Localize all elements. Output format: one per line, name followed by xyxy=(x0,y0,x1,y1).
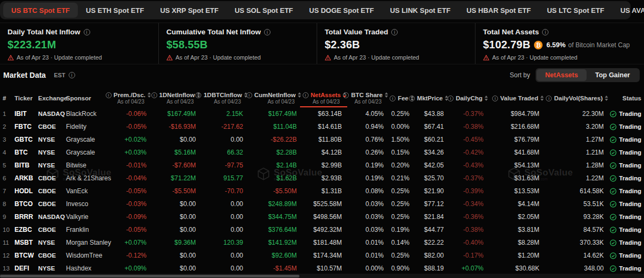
cell-inflow1d: $0.00 xyxy=(151,213,200,221)
cell-value: 53.51K xyxy=(583,200,604,208)
cell-value: $10.57M xyxy=(317,265,342,272)
cell-value: $216.68M xyxy=(511,123,539,130)
column-header-prem[interactable]: iPrem./Dsc.As of 04/23 xyxy=(120,89,151,107)
info-icon[interactable]: i xyxy=(69,72,75,78)
cell-dailyvol: 1.27M xyxy=(544,136,608,143)
info-icon[interactable]: i xyxy=(195,92,201,98)
cell-value: -0.36% xyxy=(463,213,484,221)
tab-us-doge-spot-etf[interactable]: US DOGE Spot ETF xyxy=(301,1,382,19)
cell-ticker: GBTC xyxy=(14,136,38,143)
cell-ticker: BTCO xyxy=(14,200,38,208)
cell-fee: 0.20% xyxy=(388,162,414,169)
column-header-inflow1d[interactable]: i1DNetInflowAs of 04/23 xyxy=(151,89,200,107)
table-row[interactable]: 13DEFINYSEHashdex+0.09%$0.000.00-$1.45M$… xyxy=(0,262,644,275)
info-icon[interactable]: i xyxy=(303,92,309,98)
column-header-dailyvol[interactable]: iDailyVol(Shares) xyxy=(544,89,608,107)
info-icon[interactable]: i xyxy=(246,92,252,98)
info-icon[interactable]: i xyxy=(390,96,396,101)
table-row[interactable]: 8BTCOCBOEInvesco-0.03%$0.000.00$248.89M$… xyxy=(0,197,644,210)
table-row[interactable]: 2FBTCCBOEFidelity-0.05%-$16.93M-217.62$1… xyxy=(0,120,644,133)
info-icon[interactable]: i xyxy=(391,29,398,35)
info-icon[interactable]: i xyxy=(264,29,270,35)
cell-status: Trading xyxy=(608,136,641,143)
cell-exchange: CBOE xyxy=(38,188,66,194)
etf-tab-bar: US BTC Spot ETFUS ETH Spot ETFUS XRP Spo… xyxy=(0,1,631,19)
column-as-of-date: As of 04/23 xyxy=(267,99,295,105)
cell-btcshare: 0.94% xyxy=(346,123,388,130)
column-label: NetAssets xyxy=(311,92,341,98)
tab-us-link-spot-etf[interactable]: US LINK Spot ETF xyxy=(382,1,459,19)
cell-prem: -0.06% xyxy=(120,110,151,118)
scrollbar-thumb[interactable] xyxy=(0,275,299,277)
cell-value: $44.77 xyxy=(424,226,444,233)
table-row[interactable]: 3GBTCNYSEGrayscale+0.02%$0.000.00-$26.22… xyxy=(0,133,644,146)
cell-value: 0.00 xyxy=(231,136,243,143)
tab-us-btc-spot-etf[interactable]: US BTC Spot ETF xyxy=(3,3,78,18)
cell-btcinflow1d: 0.00 xyxy=(200,213,247,221)
cell-value: $92.60M xyxy=(272,252,297,259)
cell-value: $4.12B xyxy=(321,149,342,156)
table-row[interactable]: 11MSBTNYSEMorgan Stanley+0.07%$9.36M120.… xyxy=(0,236,644,249)
cell-mktprice: $21.84 xyxy=(414,213,448,221)
table-row[interactable]: 5BITBNYSEBitwise-0.01%-$7.60M-97.75$2.14… xyxy=(0,159,644,172)
cell-fee: 0.25% xyxy=(388,110,414,118)
cell-sponsor: Bitwise xyxy=(66,162,120,169)
cell-btcshare: 0.00% xyxy=(346,265,388,272)
cell-value: $67.41 xyxy=(424,123,444,130)
column-header-mktprice[interactable]: iMktPrice xyxy=(414,89,448,107)
tab-us-hbar-spot-etf[interactable]: US HBAR Spot ETF xyxy=(458,1,539,19)
column-header-cuminflow[interactable]: iCumNetInflowAs of 04/23 xyxy=(247,89,301,107)
cell-valuetraded: $4.14M xyxy=(488,200,544,208)
info-icon[interactable]: i xyxy=(448,96,453,101)
stat-note: As of Apr 23 · Update completed xyxy=(325,54,467,61)
column-header-exchange: Exchange xyxy=(38,89,66,107)
warning-icon xyxy=(325,55,331,61)
cell-netassets: $10.57M xyxy=(301,265,346,272)
info-icon[interactable]: i xyxy=(106,92,112,98)
column-header-dailychg[interactable]: iDailyChg xyxy=(448,89,488,107)
column-as-of-date: As of 04/23 xyxy=(354,99,382,105)
table-row[interactable]: 1IBITNASDAQBlackRock-0.06%$167.49M2.15K$… xyxy=(0,107,644,120)
cell-exchange: CBOE xyxy=(38,175,66,181)
cell-value: $8.28M xyxy=(518,239,539,246)
cell-value: $376.64M xyxy=(268,226,297,233)
stat-title: Total Net Assets xyxy=(483,28,539,36)
tab-us-eth-spot-etf[interactable]: US ETH Spot ETF xyxy=(78,1,152,19)
table-row[interactable]: 9BRRRNASDAQValkyrie-0.09%$0.000.00$344.7… xyxy=(0,210,644,223)
tab-us-avax-spot-etf[interactable]: US AVAX Spot ETF xyxy=(612,1,644,19)
cell-prem: +0.07% xyxy=(120,239,151,246)
cell-mktprice: $82.00 xyxy=(414,252,448,259)
cell-valuetraded: $216.68M xyxy=(488,123,544,130)
table-row[interactable]: 6ARKBCBOEArk & 21Shares-0.04%$71.22M915.… xyxy=(0,172,644,185)
info-icon[interactable]: i xyxy=(542,29,548,35)
sort-option-top-gainer[interactable]: Top Gainer xyxy=(587,69,639,81)
cell-exchange: NYSE xyxy=(38,162,66,169)
info-icon[interactable]: i xyxy=(151,92,157,98)
tab-us-xrp-spot-etf[interactable]: US XRP Spot ETF xyxy=(152,1,226,19)
table-row[interactable]: 4BTCNYSEGrayscale+0.03%$5.16M66.32$2.28B… xyxy=(0,146,644,159)
column-header-btcshare[interactable]: iBTC ShareAs of 04/23 xyxy=(346,89,388,107)
tab-us-ltc-spot-etf[interactable]: US LTC Spot ETF xyxy=(539,1,612,19)
info-icon[interactable]: i xyxy=(409,96,415,101)
info-icon[interactable]: i xyxy=(343,92,349,98)
horizontal-scrollbar[interactable] xyxy=(0,274,644,278)
sort-option-netassets[interactable]: NetAssets xyxy=(537,69,587,81)
info-icon[interactable]: i xyxy=(546,96,552,101)
cell-inflow1d: $9.36M xyxy=(151,239,200,246)
cell-value: $13.53M xyxy=(514,187,539,195)
info-icon[interactable]: i xyxy=(84,29,90,35)
cell-status: Trading xyxy=(608,188,641,195)
column-header-btcinflow1d[interactable]: i1DBTCInflowAs of 04/23 xyxy=(200,89,247,107)
column-header-valuetraded[interactable]: iValue Traded xyxy=(488,89,544,107)
cell-value: 0.21% xyxy=(391,174,409,182)
column-header-netassets[interactable]: iNetAssetsAs of 04/23 xyxy=(301,89,346,107)
cell-value: $11.04B xyxy=(273,123,297,130)
summary-stats: Daily Total Net Inflow i $223.21M As of … xyxy=(0,23,644,64)
cell-fee: 1.50% xyxy=(388,136,414,143)
info-icon[interactable]: i xyxy=(492,96,498,101)
cell-value: 1.28M xyxy=(586,162,604,169)
table-row[interactable]: 10EZBCCBOEFranklin-0.05%$0.000.00$376.64… xyxy=(0,223,644,236)
tab-us-sol-spot-etf[interactable]: US SOL Spot ETF xyxy=(226,1,301,19)
table-row[interactable]: 7HODLCBOEVanEck-0.05%-$5.50M-70.70-$5.50… xyxy=(0,185,644,197)
table-row[interactable]: 12BTCWCBOEWisdomTree-0.12%$0.000.00$92.6… xyxy=(0,249,644,262)
